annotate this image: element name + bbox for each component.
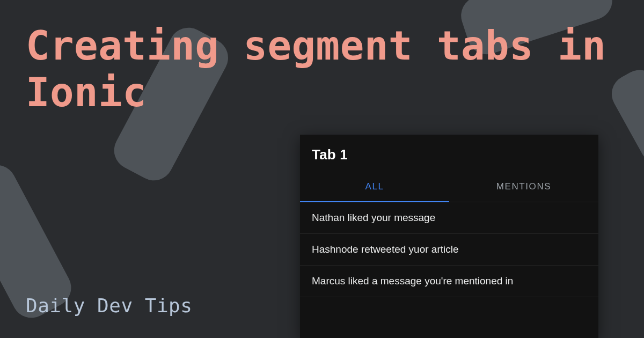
list-item[interactable]: Nathan liked your message: [300, 202, 598, 234]
phone-preview: Tab 1 ALL MENTIONS Nathan liked your mes…: [300, 135, 598, 338]
phone-header-title: Tab 1: [312, 146, 587, 163]
notification-list: Nathan liked your message Hashnode retwe…: [300, 202, 598, 297]
phone-header: Tab 1: [300, 135, 598, 173]
list-item[interactable]: Marcus liked a message you're mentioned …: [300, 266, 598, 297]
list-item[interactable]: Hashnode retweeted yuor article: [300, 234, 598, 266]
segment-tab-mentions[interactable]: MENTIONS: [449, 173, 598, 202]
segment-tabs: ALL MENTIONS: [300, 173, 598, 202]
site-name: Daily Dev Tips: [26, 295, 192, 317]
segment-tab-all[interactable]: ALL: [300, 173, 449, 202]
page-title: Creating segment tabs in Ionic: [26, 23, 644, 116]
